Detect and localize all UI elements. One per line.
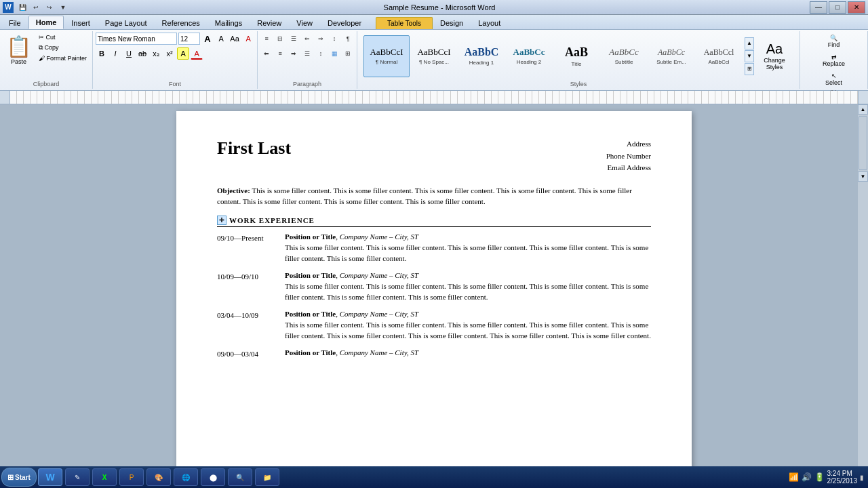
tab-design[interactable]: Design — [433, 16, 471, 29]
font-color-button[interactable]: A — [191, 47, 203, 60]
borders-button[interactable]: ⊞ — [342, 47, 354, 60]
taskbar-excel[interactable]: X — [92, 468, 117, 486]
clear-format-button[interactable]: A — [242, 33, 254, 45]
tab-references[interactable]: References — [155, 16, 208, 29]
tab-insert[interactable]: Insert — [64, 16, 98, 29]
tab-home[interactable]: Home — [28, 16, 64, 29]
save-quick-btn[interactable]: 💾 — [16, 2, 28, 13]
taskbar: ⊞ Start W ✎ X P 🎨 🌐 ⬤ 🔍 📁 📶 🔊 🔋 3:24 PM2… — [0, 466, 868, 488]
redo-quick-btn[interactable]: ↪ — [43, 2, 56, 13]
scroll-down-button[interactable]: ▼ — [858, 171, 868, 182]
justify-button[interactable]: ☰ — [301, 47, 313, 60]
qa-dropdown-btn[interactable]: ▼ — [57, 2, 69, 13]
contact-phone: Phone Number — [606, 150, 651, 163]
tab-page-layout[interactable]: Page Layout — [98, 16, 155, 29]
tab-review[interactable]: Review — [250, 16, 289, 29]
work-entry-2: 10/09—09/10 Position or Title, Company N… — [217, 271, 651, 303]
align-right-button[interactable]: ➡ — [288, 47, 300, 60]
taskbar-paint[interactable]: 🎨 — [146, 468, 171, 486]
tab-developer[interactable]: Developer — [320, 16, 369, 29]
tab-mailings[interactable]: Mailings — [208, 16, 250, 29]
line-spacing-button[interactable]: ↕ — [315, 47, 327, 60]
work-desc-2: This is some filler content. This is som… — [285, 281, 651, 303]
underline-button[interactable]: U — [123, 47, 135, 60]
taskbar-explorer[interactable]: 📁 — [255, 468, 279, 486]
decrease-indent-button[interactable]: ⇐ — [301, 33, 313, 45]
change-case-button[interactable]: Aa — [229, 33, 241, 45]
font-size-input[interactable] — [178, 33, 200, 45]
shading-button[interactable]: ▦ — [328, 47, 340, 60]
taskbar-notepad[interactable]: ✎ — [65, 468, 90, 486]
style-nospace-label: ¶ No Spac... — [419, 59, 449, 65]
style-normal[interactable]: AaBbCcI ¶ Normal — [363, 35, 410, 77]
work-title-1: Position or Title, Company Name – City, … — [285, 232, 651, 241]
grow-font-button[interactable]: A — [201, 33, 214, 45]
taskbar-word[interactable]: W — [38, 468, 62, 486]
ie-icon: 🌐 — [182, 474, 190, 481]
change-styles-button[interactable]: Aa ChangeStyles — [755, 38, 793, 74]
replace-button[interactable]: ⇄ Replace — [818, 52, 850, 69]
style-aabbccl[interactable]: AaBbCcl AaBbCcl — [696, 35, 742, 77]
font-family-input[interactable] — [96, 33, 177, 45]
paste-button[interactable]: 📋 Paste — [3, 33, 35, 67]
work-date-4: 09/00—03/04 — [217, 348, 285, 360]
tab-view[interactable]: View — [289, 16, 320, 29]
work-title-bold-1: Position or Title — [285, 232, 336, 241]
styles-scroll-down[interactable]: ▼ — [745, 50, 754, 62]
work-company-italic-1: Company Name – City, ST — [340, 232, 418, 241]
align-left-button[interactable]: ⬅ — [260, 47, 273, 60]
scroll-up-button[interactable]: ▲ — [858, 104, 868, 115]
tab-file[interactable]: File — [1, 16, 28, 29]
taskbar-search[interactable]: 🔍 — [228, 468, 252, 486]
close-button[interactable]: ✕ — [848, 1, 865, 14]
start-button[interactable]: ⊞ Start — [1, 468, 37, 487]
copy-button[interactable]: ⧉ Copy — [36, 43, 90, 53]
style-heading2[interactable]: AaBbCc Heading 2 — [506, 35, 552, 77]
maximize-button[interactable]: □ — [829, 1, 846, 14]
network-icon: 📶 — [789, 472, 799, 483]
center-button[interactable]: ≡ — [274, 47, 286, 60]
select-button[interactable]: ↖ Select — [818, 70, 850, 88]
undo-quick-btn[interactable]: ↩ — [30, 2, 42, 13]
style-subtitle[interactable]: AaBbCc Subtitle — [601, 35, 647, 77]
minimize-button[interactable]: — — [810, 1, 827, 14]
objective-paragraph: Objective: This is some filler content. … — [217, 185, 651, 207]
highlight-button[interactable]: A — [177, 47, 189, 60]
sort-button[interactable]: ↕ — [328, 33, 340, 45]
superscript-button[interactable]: x² — [163, 47, 176, 60]
tab-layout[interactable]: Layout — [471, 16, 508, 29]
table-handle[interactable]: ✛ — [217, 216, 226, 225]
shrink-font-button[interactable]: A — [215, 33, 227, 45]
find-button[interactable]: 🔍 Find — [818, 33, 850, 50]
styles-scroll-up[interactable]: ▲ — [745, 37, 754, 49]
strikethrough-button[interactable]: ab — [136, 47, 149, 60]
styles-more[interactable]: ⊞ — [745, 63, 754, 75]
increase-indent-button[interactable]: ⇒ — [315, 33, 327, 45]
bold-button[interactable]: B — [96, 47, 108, 60]
bullets-button[interactable]: ≡ — [260, 33, 273, 45]
para-row-2: ⬅ ≡ ➡ ☰ ↕ ▦ ⊞ — [260, 47, 354, 60]
font-row-1: A A Aa A — [96, 33, 254, 45]
work-title-bold-4: Position or Title — [285, 348, 336, 357]
scroll-area[interactable]: First Last Address Phone Number Email Ad… — [10, 104, 858, 473]
publisher-icon: P — [130, 474, 134, 481]
multilevel-button[interactable]: ☰ — [288, 33, 300, 45]
show-desktop-icon[interactable]: ▮ — [860, 474, 864, 481]
style-no-space[interactable]: AaBbCcI ¶ No Spac... — [411, 35, 457, 77]
italic-button[interactable]: I — [109, 47, 121, 60]
style-title[interactable]: AaB Title — [553, 35, 599, 77]
cut-button[interactable]: ✂ Cut — [36, 33, 90, 42]
resume-contact: Address Phone Number Email Address — [606, 138, 651, 174]
format-painter-button[interactable]: 🖌 Format Painter — [36, 54, 90, 63]
scroll-thumb[interactable] — [859, 116, 867, 170]
style-subtle-em[interactable]: AaBbCc Subtle Em... — [648, 35, 694, 77]
show-hide-button[interactable]: ¶ — [342, 33, 354, 45]
taskbar-publisher[interactable]: P — [119, 468, 144, 486]
work-title-3: Position or Title, Company Name – City, … — [285, 310, 651, 318]
numbering-button[interactable]: ⊟ — [274, 33, 286, 45]
taskbar-ie[interactable]: 🌐 — [174, 468, 198, 486]
subscript-button[interactable]: x₂ — [150, 47, 162, 60]
style-heading1[interactable]: AaBbC Heading 1 — [458, 35, 505, 77]
taskbar-chrome[interactable]: ⬤ — [201, 468, 225, 486]
ribbon-tab-bar: File Home Insert Page Layout References … — [0, 15, 868, 30]
